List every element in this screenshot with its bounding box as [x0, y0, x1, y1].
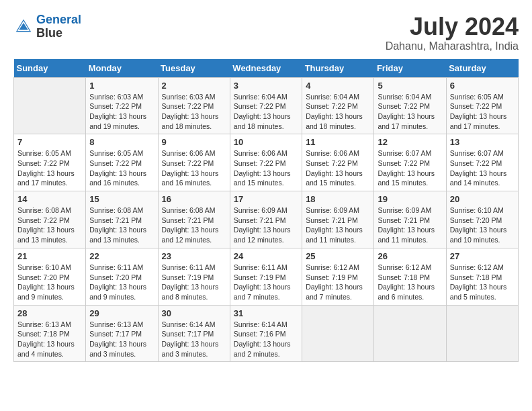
- day-number: 15: [89, 194, 154, 204]
- calendar-cell: 13Sunrise: 6:07 AMSunset: 7:22 PMDayligh…: [446, 134, 518, 191]
- day-info: Sunrise: 6:13 AMSunset: 7:17 PMDaylight:…: [89, 320, 154, 359]
- calendar-cell: 17Sunrise: 6:09 AMSunset: 7:21 PMDayligh…: [230, 191, 302, 248]
- calendar-cell: 4Sunrise: 6:04 AMSunset: 7:22 PMDaylight…: [302, 77, 374, 134]
- day-number: 30: [162, 308, 226, 318]
- day-info: Sunrise: 6:09 AMSunset: 7:21 PMDaylight:…: [378, 205, 442, 245]
- calendar-cell: 25Sunrise: 6:12 AMSunset: 7:19 PMDayligh…: [302, 248, 374, 305]
- day-info: Sunrise: 6:10 AMSunset: 7:20 PMDaylight:…: [450, 205, 515, 245]
- day-info: Sunrise: 6:10 AMSunset: 7:20 PMDaylight:…: [17, 263, 82, 302]
- weekday-header-saturday: Saturday: [446, 59, 518, 78]
- day-number: 5: [378, 81, 442, 91]
- day-info: Sunrise: 6:14 AMSunset: 7:17 PMDaylight:…: [162, 320, 226, 359]
- week-row-2: 7Sunrise: 6:05 AMSunset: 7:22 PMDaylight…: [14, 134, 519, 191]
- calendar-cell: 9Sunrise: 6:06 AMSunset: 7:22 PMDaylight…: [158, 134, 230, 191]
- calendar-cell: 24Sunrise: 6:11 AMSunset: 7:19 PMDayligh…: [230, 248, 302, 305]
- calendar-cell: 5Sunrise: 6:04 AMSunset: 7:22 PMDaylight…: [374, 77, 446, 134]
- day-number: 27: [450, 251, 515, 261]
- day-info: Sunrise: 6:04 AMSunset: 7:22 PMDaylight:…: [306, 92, 370, 132]
- day-info: Sunrise: 6:08 AMSunset: 7:21 PMDaylight:…: [89, 205, 154, 245]
- calendar-cell: [14, 77, 86, 134]
- day-number: 19: [378, 194, 442, 204]
- day-info: Sunrise: 6:12 AMSunset: 7:18 PMDaylight:…: [378, 263, 442, 302]
- day-info: Sunrise: 6:07 AMSunset: 7:22 PMDaylight:…: [378, 148, 442, 188]
- calendar-cell: 2Sunrise: 6:03 AMSunset: 7:22 PMDaylight…: [158, 77, 230, 134]
- calendar-cell: 8Sunrise: 6:05 AMSunset: 7:22 PMDaylight…: [86, 134, 158, 191]
- weekday-header-tuesday: Tuesday: [158, 59, 230, 78]
- calendar-cell: [446, 305, 518, 362]
- day-number: 23: [162, 251, 226, 261]
- logo: General Blue: [13, 13, 81, 40]
- page-header: General Blue July 2024 Dahanu, Maharasht…: [13, 13, 519, 52]
- day-number: 25: [306, 251, 370, 261]
- day-number: 9: [162, 137, 226, 147]
- day-info: Sunrise: 6:12 AMSunset: 7:19 PMDaylight:…: [306, 263, 370, 302]
- calendar-cell: 31Sunrise: 6:14 AMSunset: 7:16 PMDayligh…: [230, 305, 302, 362]
- day-number: 20: [450, 194, 515, 204]
- location-title: Dahanu, Maharashtra, India: [386, 40, 519, 52]
- day-number: 8: [89, 137, 154, 147]
- calendar-cell: 6Sunrise: 6:05 AMSunset: 7:22 PMDaylight…: [446, 77, 518, 134]
- calendar-cell: 28Sunrise: 6:13 AMSunset: 7:18 PMDayligh…: [14, 305, 86, 362]
- weekday-header-thursday: Thursday: [302, 59, 374, 78]
- title-block: July 2024 Dahanu, Maharashtra, India: [386, 13, 519, 52]
- month-title: July 2024: [386, 13, 519, 40]
- weekday-header-monday: Monday: [86, 59, 158, 78]
- day-info: Sunrise: 6:11 AMSunset: 7:20 PMDaylight:…: [89, 263, 154, 302]
- calendar-cell: 1Sunrise: 6:03 AMSunset: 7:22 PMDaylight…: [86, 77, 158, 134]
- calendar-cell: 7Sunrise: 6:05 AMSunset: 7:22 PMDaylight…: [14, 134, 86, 191]
- week-row-1: 1Sunrise: 6:03 AMSunset: 7:22 PMDaylight…: [14, 77, 519, 134]
- day-info: Sunrise: 6:04 AMSunset: 7:22 PMDaylight:…: [234, 92, 298, 132]
- week-row-4: 21Sunrise: 6:10 AMSunset: 7:20 PMDayligh…: [14, 248, 519, 305]
- day-number: 29: [89, 308, 154, 318]
- week-row-3: 14Sunrise: 6:08 AMSunset: 7:22 PMDayligh…: [14, 191, 519, 248]
- calendar-cell: 11Sunrise: 6:06 AMSunset: 7:22 PMDayligh…: [302, 134, 374, 191]
- day-number: 11: [306, 137, 370, 147]
- calendar-cell: 19Sunrise: 6:09 AMSunset: 7:21 PMDayligh…: [374, 191, 446, 248]
- day-info: Sunrise: 6:06 AMSunset: 7:22 PMDaylight:…: [234, 148, 298, 188]
- calendar-cell: 3Sunrise: 6:04 AMSunset: 7:22 PMDaylight…: [230, 77, 302, 134]
- day-info: Sunrise: 6:14 AMSunset: 7:16 PMDaylight:…: [234, 320, 298, 359]
- calendar-cell: 26Sunrise: 6:12 AMSunset: 7:18 PMDayligh…: [374, 248, 446, 305]
- day-info: Sunrise: 6:11 AMSunset: 7:19 PMDaylight:…: [162, 263, 226, 302]
- week-row-5: 28Sunrise: 6:13 AMSunset: 7:18 PMDayligh…: [14, 305, 519, 362]
- logo-icon: [13, 17, 34, 37]
- weekday-header-friday: Friday: [374, 59, 446, 78]
- calendar-cell: 15Sunrise: 6:08 AMSunset: 7:21 PMDayligh…: [86, 191, 158, 248]
- day-number: 16: [162, 194, 226, 204]
- day-info: Sunrise: 6:04 AMSunset: 7:22 PMDaylight:…: [378, 92, 442, 132]
- day-number: 14: [17, 194, 82, 204]
- day-number: 10: [234, 137, 298, 147]
- calendar-cell: 23Sunrise: 6:11 AMSunset: 7:19 PMDayligh…: [158, 248, 230, 305]
- day-number: 1: [89, 81, 154, 91]
- day-info: Sunrise: 6:08 AMSunset: 7:22 PMDaylight:…: [17, 205, 82, 245]
- calendar-cell: 21Sunrise: 6:10 AMSunset: 7:20 PMDayligh…: [14, 248, 86, 305]
- day-number: 3: [234, 81, 298, 91]
- logo-text: General Blue: [36, 13, 81, 40]
- day-number: 6: [450, 81, 515, 91]
- day-info: Sunrise: 6:11 AMSunset: 7:19 PMDaylight:…: [234, 263, 298, 302]
- calendar-cell: 27Sunrise: 6:12 AMSunset: 7:18 PMDayligh…: [446, 248, 518, 305]
- day-number: 24: [234, 251, 298, 261]
- day-info: Sunrise: 6:03 AMSunset: 7:22 PMDaylight:…: [162, 92, 226, 132]
- day-info: Sunrise: 6:06 AMSunset: 7:22 PMDaylight:…: [162, 148, 226, 188]
- calendar-cell: 18Sunrise: 6:09 AMSunset: 7:21 PMDayligh…: [302, 191, 374, 248]
- day-info: Sunrise: 6:12 AMSunset: 7:18 PMDaylight:…: [450, 263, 515, 302]
- day-number: 18: [306, 194, 370, 204]
- calendar-cell: 20Sunrise: 6:10 AMSunset: 7:20 PMDayligh…: [446, 191, 518, 248]
- day-number: 21: [17, 251, 82, 261]
- day-number: 12: [378, 137, 442, 147]
- day-info: Sunrise: 6:05 AMSunset: 7:22 PMDaylight:…: [17, 148, 82, 188]
- day-number: 17: [234, 194, 298, 204]
- weekday-header-sunday: Sunday: [14, 59, 86, 78]
- calendar-cell: [302, 305, 374, 362]
- day-info: Sunrise: 6:13 AMSunset: 7:18 PMDaylight:…: [17, 320, 82, 359]
- day-number: 22: [89, 251, 154, 261]
- day-number: 7: [17, 137, 82, 147]
- day-info: Sunrise: 6:05 AMSunset: 7:22 PMDaylight:…: [89, 148, 154, 188]
- day-info: Sunrise: 6:03 AMSunset: 7:22 PMDaylight:…: [89, 92, 154, 132]
- calendar-cell: [374, 305, 446, 362]
- calendar-table: SundayMondayTuesdayWednesdayThursdayFrid…: [13, 59, 519, 363]
- calendar-cell: 22Sunrise: 6:11 AMSunset: 7:20 PMDayligh…: [86, 248, 158, 305]
- calendar-cell: 16Sunrise: 6:08 AMSunset: 7:21 PMDayligh…: [158, 191, 230, 248]
- day-number: 2: [162, 81, 226, 91]
